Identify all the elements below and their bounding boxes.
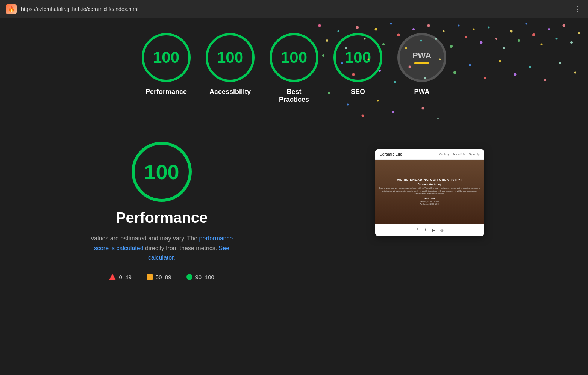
svg-point-22: [495, 38, 497, 40]
score-label-accessibility: Accessibility: [209, 88, 251, 96]
twitter-icon: t: [423, 228, 428, 232]
svg-point-1: [338, 30, 339, 32]
score-circle-performance: 100: [142, 33, 191, 82]
score-circle-accessibility: 100: [206, 33, 255, 82]
svg-point-11: [412, 28, 415, 30]
svg-point-53: [347, 104, 349, 106]
score-item-best-practices: 100 BestPractices: [270, 33, 318, 104]
svg-point-51: [574, 72, 576, 74]
detail-title: Performance: [116, 209, 208, 226]
svg-point-27: [532, 33, 535, 36]
detail-score-number: 100: [144, 160, 179, 184]
description-text-2: directly from these metrics.: [144, 245, 219, 251]
detail-score-circle: 100: [132, 142, 192, 202]
svg-point-6: [375, 28, 377, 31]
website-preview: Ceramic Life Gallery About Us Sign Up WE…: [375, 149, 484, 236]
svg-point-20: [480, 41, 483, 44]
svg-point-49: [544, 79, 546, 81]
legend-range-orange: 50–89: [156, 274, 171, 280]
detail-description: Values are estimated and may vary. The p…: [83, 234, 241, 263]
facebook-icon: f: [415, 228, 420, 232]
preview-nav-about: About Us: [453, 153, 465, 156]
scores-section: 100 Performance 100 Accessibility 100 Be…: [0, 18, 588, 119]
svg-point-29: [548, 28, 550, 30]
svg-point-46: [499, 60, 501, 62]
legend-item-orange: 50–89: [147, 274, 171, 280]
instagram-icon: ◎: [440, 228, 444, 232]
svg-point-15: [443, 30, 445, 32]
svg-point-19: [473, 29, 475, 30]
preview-hero: WE'RE KNEADING OUR CREATIVITY! Ceramic W…: [375, 160, 484, 224]
youtube-icon: ▶: [432, 228, 436, 232]
preview-hero-headline: WE'RE KNEADING OUR CREATIVITY!: [378, 178, 481, 181]
preview-hero-text: WE'RE KNEADING OUR CREATIVITY! Ceramic W…: [375, 175, 484, 209]
svg-point-56: [392, 111, 394, 113]
svg-point-54: [362, 115, 364, 117]
svg-point-26: [526, 23, 527, 25]
svg-point-23: [503, 47, 505, 49]
green-circle-icon: [186, 274, 192, 280]
preview-nav-gallery: Gallery: [439, 153, 449, 156]
description-text-1: Values are estimated and may vary. The: [91, 235, 199, 242]
legend-row: 0–49 50–89 90–100: [109, 274, 214, 280]
svg-point-31: [563, 24, 565, 27]
score-circle-best-practices: 100: [270, 33, 318, 82]
score-number-accessibility: 100: [217, 48, 243, 67]
legend-range-green: 90–100: [195, 274, 214, 280]
preview-footer: f t ▶ ◎: [375, 224, 484, 236]
score-label-best-practices: BestPractices: [279, 88, 309, 104]
score-circle-pwa: PWA: [397, 33, 446, 82]
svg-point-33: [578, 32, 580, 34]
score-number-best-practices: 100: [281, 48, 307, 67]
scores-container: 100 Performance 100 Accessibility 100 Be…: [112, 33, 476, 104]
svg-point-45: [484, 77, 486, 79]
score-item-pwa: PWA PWA: [397, 33, 446, 96]
preview-logo: Ceramic Life: [380, 152, 402, 156]
pwa-text: PWA: [412, 51, 431, 60]
score-label-performance: Performance: [145, 88, 187, 96]
vertical-divider: [271, 149, 271, 303]
detail-section: 100 Performance Values are estimated and…: [0, 119, 588, 326]
score-label-pwa: PWA: [414, 88, 429, 96]
svg-point-30: [556, 38, 558, 40]
svg-point-8: [390, 23, 392, 25]
detail-left: 100 Performance Values are estimated and…: [83, 142, 241, 280]
svg-point-21: [488, 27, 490, 29]
orange-square-icon: [147, 274, 153, 280]
score-item-accessibility: 100 Accessibility: [206, 33, 255, 96]
score-number-seo: 100: [345, 48, 371, 67]
top-bar: 🔥 https://ozlemhafalir.github.io/ceramic…: [0, 0, 588, 18]
preview-container: Ceramic Life Gallery About Us Sign Up WE…: [301, 142, 558, 236]
svg-point-17: [458, 25, 460, 27]
svg-point-4: [356, 26, 359, 29]
score-number-performance: 100: [153, 48, 179, 67]
preview-timetable-title: Time Table: [378, 197, 481, 200]
svg-point-59: [437, 118, 439, 119]
svg-point-47: [514, 73, 517, 76]
svg-point-48: [529, 66, 531, 68]
preview-nav-signup: Sign Up: [469, 153, 479, 156]
svg-point-28: [541, 44, 543, 45]
preview-hero-subtitle: Ceramic Workshop: [378, 183, 481, 186]
svg-point-32: [570, 41, 573, 44]
svg-point-24: [510, 30, 513, 33]
legend-range-red: 0–49: [119, 274, 131, 280]
browser-icon: 🔥: [6, 4, 17, 14]
score-label-seo: SEO: [351, 88, 365, 96]
svg-point-13: [427, 24, 430, 27]
red-triangle-icon: [109, 274, 116, 280]
preview-weekends: Weekends: 12:00-14:00: [378, 203, 481, 206]
legend-item-red: 0–49: [109, 274, 131, 280]
svg-point-0: [318, 24, 321, 27]
menu-dots-icon[interactable]: ⋮: [574, 5, 582, 13]
preview-nav: Ceramic Life Gallery About Us Sign Up: [375, 149, 484, 160]
preview-hero-body: Are you ready to spend fun and creative …: [378, 187, 481, 195]
pwa-bar: [414, 62, 429, 64]
svg-point-25: [518, 39, 520, 42]
svg-point-50: [559, 62, 561, 64]
score-item-seo: 100 SEO: [333, 33, 382, 96]
pwa-content: PWA: [412, 51, 431, 64]
score-circle-seo: 100: [333, 33, 382, 82]
url-bar[interactable]: https://ozlemhafalir.github.io/ceramicli…: [21, 6, 570, 12]
preview-weekdays: Weekdays: 18:00-20:00: [378, 200, 481, 203]
